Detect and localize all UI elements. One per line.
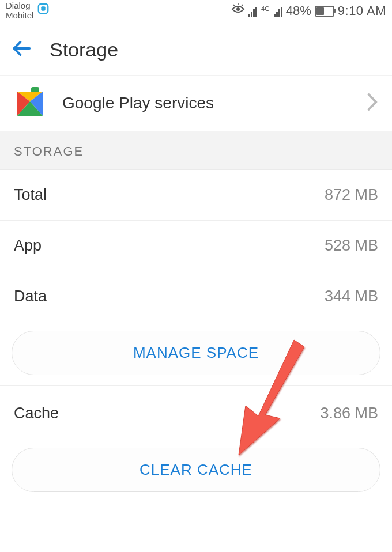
- data-row: Data 344 MB: [0, 271, 392, 322]
- cache-row: Cache 3.86 MB: [0, 388, 392, 438]
- carrier-line-2: Mobitel: [6, 11, 33, 21]
- clock-label: 9:10 AM: [338, 3, 386, 18]
- app-label: App: [14, 237, 42, 255]
- carrier-label: Dialog Mobitel: [6, 1, 33, 20]
- svg-line-3: [233, 5, 235, 6]
- back-arrow-icon[interactable]: [10, 37, 32, 62]
- svg-rect-1: [42, 6, 46, 10]
- network-type-label: 4G: [261, 6, 270, 12]
- status-bar-right: 4G 48% 9:10 AM: [231, 1, 386, 18]
- google-play-services-icon: [14, 87, 46, 119]
- sim-app-icon: [37, 2, 50, 17]
- total-value: 872 MB: [325, 186, 378, 204]
- app-name-label: Google Play services: [62, 94, 350, 112]
- eye-comfort-icon: [231, 3, 245, 18]
- chevron-right-icon: [367, 93, 378, 114]
- carrier-line-1: Dialog: [6, 1, 33, 11]
- clear-cache-button[interactable]: CLEAR CACHE: [12, 448, 380, 492]
- signal-strength-2-icon: [274, 5, 282, 17]
- data-value: 344 MB: [325, 288, 378, 305]
- data-label: Data: [14, 288, 47, 305]
- cache-value: 3.86 MB: [320, 404, 378, 422]
- app-bar: Storage: [0, 24, 392, 75]
- app-value: 528 MB: [325, 237, 378, 255]
- app-row: App 528 MB: [0, 220, 392, 271]
- cache-label: Cache: [14, 404, 59, 422]
- app-info-row[interactable]: Google Play services: [0, 75, 392, 131]
- battery-percent-label: 48%: [286, 3, 311, 18]
- status-bar: Dialog Mobitel 4G: [0, 0, 392, 24]
- signal-strength-1-icon: [248, 5, 257, 17]
- svg-point-2: [236, 7, 240, 11]
- status-bar-left: Dialog Mobitel: [6, 1, 50, 20]
- manage-space-button[interactable]: MANAGE SPACE: [12, 331, 380, 375]
- total-row: Total 872 MB: [0, 170, 392, 220]
- total-label: Total: [14, 186, 47, 204]
- storage-section-header: STORAGE: [0, 131, 392, 170]
- battery-icon: [315, 6, 334, 17]
- svg-line-5: [242, 5, 243, 6]
- page-title: Storage: [50, 39, 118, 61]
